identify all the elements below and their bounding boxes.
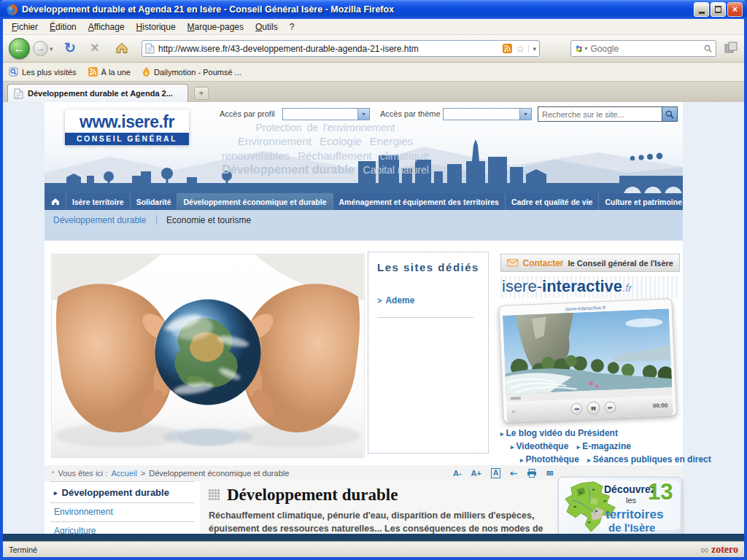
dedicated-sites-title: Les sites dédiés: [377, 261, 479, 273]
font-smaller-button[interactable]: A-: [453, 469, 462, 478]
media-links: ▸Le blog vidéo du Président ▸Videothèque…: [500, 427, 680, 467]
subnav-economie-tourisme[interactable]: Economie et tourisme: [166, 215, 251, 225]
minimize-button[interactable]: [694, 2, 709, 17]
sidebar-header-developpement-durable[interactable]: ▸Développement durable: [51, 482, 194, 502]
chevron-down-icon[interactable]: ▾: [357, 109, 369, 120]
link-emagazine[interactable]: ▸E-magazine: [577, 441, 631, 451]
territories-promo[interactable]: Découvrez les 13 territoires de l'Isère: [558, 477, 682, 537]
bookmark-a-la-une[interactable]: À la une: [88, 67, 131, 77]
nav-solidarite[interactable]: Solidarité: [131, 193, 178, 210]
site-logo[interactable]: www.isere.fr CONSEIL GÉNÉRAL: [65, 109, 189, 145]
bookmark-label: Dailymotion - Poumsé ...: [154, 68, 241, 77]
nav-amenagement[interactable]: Aménagement et équipement des territoire…: [333, 193, 506, 210]
stop-button[interactable]: ×: [90, 39, 99, 56]
menu-bar: Fichier Édition Affichage Historique Mar…: [3, 19, 744, 35]
keyword-line: Développement durableCapital naturel: [194, 163, 457, 178]
subnav-developpement-durable[interactable]: Développement durable: [53, 215, 146, 225]
link-blog-video[interactable]: ▸Le blog vidéo du Président: [500, 427, 680, 440]
email-page-icon[interactable]: ✉: [546, 469, 553, 478]
bullet-icon: ▸: [511, 443, 514, 451]
bookmark-star-icon[interactable]: ☆: [516, 43, 525, 55]
player-menu-icon[interactable]: ≡: [511, 408, 515, 415]
nav-culture-patrimoine[interactable]: Culture et patrimoine: [599, 193, 683, 210]
link-ademe[interactable]: >Ademe: [377, 295, 479, 306]
menu-outils[interactable]: Outils: [249, 20, 284, 34]
font-bigger-button[interactable]: A+: [471, 469, 481, 478]
back-button[interactable]: ←: [9, 38, 30, 59]
pages-icon: [724, 42, 738, 55]
site-search[interactable]: [538, 106, 678, 122]
bookmark-dailymotion[interactable]: Dailymotion - Poumsé ...: [142, 67, 241, 77]
fast-forward-button[interactable]: ▸▸: [604, 401, 616, 413]
sidebar-item-environnement[interactable]: Environnement: [51, 502, 194, 521]
link-seances-publiques[interactable]: ▸Séances publiques en direct: [587, 454, 711, 464]
access-profile-select[interactable]: ▾: [282, 108, 370, 120]
isere-site: www.isere.fr CONSEIL GÉNÉRAL Accès par p…: [44, 102, 683, 541]
contact-button[interactable]: Contacter le Conseil général de l'Isère: [500, 254, 680, 272]
restore-button[interactable]: [711, 2, 726, 17]
home-button[interactable]: [115, 42, 128, 57]
nav-developpement-economique[interactable]: Développement économique et durable: [177, 193, 333, 210]
site-search-input[interactable]: [538, 107, 662, 121]
nav-home[interactable]: [44, 193, 66, 210]
site-footer-bar: [3, 534, 744, 541]
menu-edition[interactable]: Édition: [44, 20, 82, 34]
breadcrumb-current: Développement économique et durable: [149, 469, 289, 478]
article-body: Réchauffement climatique, pénurie d'eau,…: [209, 510, 550, 537]
zotero-infinity-icon[interactable]: ∞: [700, 544, 708, 555]
logo-subtitle: CONSEIL GÉNÉRAL: [65, 133, 189, 145]
zotero-button[interactable]: zotero: [711, 544, 738, 556]
bookmark-most-visited[interactable]: Les plus visités: [9, 67, 77, 77]
rewind-button[interactable]: ◂◂: [570, 402, 583, 415]
close-button[interactable]: ×: [727, 2, 743, 17]
contact-rest-label: le Conseil général de l'Isère: [568, 259, 673, 268]
listen-button-icon[interactable]: ⇠: [510, 468, 517, 478]
minimize-icon: [699, 12, 705, 14]
tab-developpement-durable[interactable]: Développement durable et Agenda 2...: [7, 84, 188, 102]
pause-button[interactable]: ▮▮: [587, 401, 600, 415]
navigation-toolbar: ← → ▾ ↻ × ☆ ▾: [3, 35, 744, 63]
hero-image-earth-hands: [51, 254, 365, 458]
url-bar[interactable]: ☆ ▾: [142, 40, 540, 57]
forward-button[interactable]: →: [33, 41, 48, 56]
chevron-down-icon[interactable]: ▾: [519, 109, 531, 120]
google-search-input[interactable]: [591, 44, 704, 54]
url-input[interactable]: [158, 44, 503, 54]
video-still-landscape[interactable]: [503, 308, 672, 394]
print-icon[interactable]: [527, 469, 537, 478]
rss-icon[interactable]: [503, 44, 512, 53]
link-label: Le blog vidéo du Président: [506, 428, 618, 438]
google-icon[interactable]: [575, 44, 583, 54]
link-videotheque[interactable]: ▸Videothèque: [511, 441, 568, 451]
search-bar[interactable]: ▾: [570, 40, 716, 57]
keyword-line: renouvelables Réchauffement climatique: [194, 149, 457, 163]
menu-affichage[interactable]: Affichage: [82, 20, 131, 34]
url-dropdown-icon[interactable]: ▾: [528, 45, 536, 52]
menu-marque-pages[interactable]: Marque-pages: [182, 20, 249, 34]
menu-fichier[interactable]: Fichier: [6, 20, 44, 34]
nav-cadre-qualite-vie[interactable]: Cadre et qualité de vie: [506, 193, 599, 210]
site-header: www.isere.fr CONSEIL GÉNÉRAL Accès par p…: [44, 102, 683, 193]
access-theme-select[interactable]: ▾: [443, 108, 532, 120]
article: Développement durable Réchauffement clim…: [200, 480, 559, 537]
isere-interactive-logo[interactable]: isere-interactive.fr: [500, 276, 680, 298]
search-engine-dropdown-icon[interactable]: ▾: [584, 45, 587, 52]
logo-part: .fr: [622, 281, 632, 294]
extension-button[interactable]: [724, 42, 738, 58]
new-tab-button[interactable]: +: [194, 87, 209, 100]
back-icon: ←: [14, 42, 26, 55]
menu-historique[interactable]: Historique: [131, 20, 182, 34]
promo-number: 13: [648, 479, 673, 505]
nav-isere-territoire[interactable]: Isère territoire: [66, 193, 131, 210]
font-reset-button[interactable]: A: [491, 468, 500, 478]
site-search-button[interactable]: [662, 107, 677, 121]
search-magnifier-icon[interactable]: [704, 44, 712, 54]
player-quality-control[interactable]: [511, 396, 521, 400]
reload-button[interactable]: ↻: [64, 39, 76, 56]
breadcrumb-home-link[interactable]: Accueil: [111, 469, 136, 478]
article-title: Développement durable: [227, 486, 398, 505]
history-dropdown-icon[interactable]: ▾: [50, 45, 53, 52]
menu-aide[interactable]: ?: [284, 20, 301, 34]
divider: [156, 215, 157, 225]
link-phototheque[interactable]: ▸Photothèque: [520, 454, 579, 464]
